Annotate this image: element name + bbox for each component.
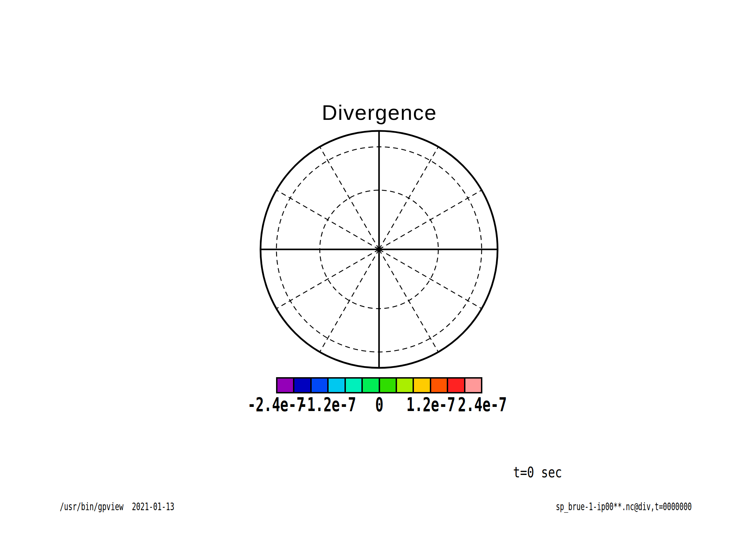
colorbar-cell <box>294 379 311 392</box>
meridian-line <box>379 249 482 309</box>
colorbar-cell <box>380 379 397 392</box>
footer-command-line: /usr/bin/gpview 2021-01-13 <box>60 502 174 512</box>
colorbar-tick-labels: -2.4e-7-1.2e-701.2e-72.4e-7 <box>276 396 482 413</box>
gpview-page: Divergence -2.4e-7-1.2e-701.2e-72.4e-7 t… <box>0 0 756 534</box>
colorbar-tick-value: 0 <box>375 396 384 413</box>
colorbar-tick-value: -2.4e-7 <box>247 396 304 413</box>
meridian-line <box>320 147 379 249</box>
time-annotation: t=0 sec <box>513 465 562 480</box>
colorbar-cell <box>448 379 465 392</box>
colorbar <box>276 377 482 393</box>
colorbar-cell <box>431 379 448 392</box>
plot-title: Divergence <box>322 100 437 125</box>
colorbar-cell <box>346 379 363 392</box>
polar-map-grid <box>258 129 500 371</box>
colorbar-cell <box>363 379 380 392</box>
colorbar-tick-value: 2.4e-7 <box>458 396 507 413</box>
colorbar-cell <box>329 379 346 392</box>
meridian-line <box>320 249 379 352</box>
footer-dataset-label: sp_brue-1-ip00**.nc@div,t=0000000 <box>556 502 692 512</box>
colorbar-cell <box>312 379 329 392</box>
colorbar-cell <box>465 379 481 392</box>
meridian-line <box>276 249 379 309</box>
meridian-line <box>276 190 379 250</box>
meridian-line <box>379 190 482 250</box>
colorbar-cell <box>277 379 294 392</box>
colorbar-tick-value: -1.2e-7 <box>299 396 356 413</box>
colorbar-tick-value: 1.2e-7 <box>406 396 455 413</box>
colorbar-cell <box>397 379 414 392</box>
meridian-line <box>379 147 438 249</box>
colorbar-cell <box>414 379 431 392</box>
meridian-line <box>379 249 438 352</box>
